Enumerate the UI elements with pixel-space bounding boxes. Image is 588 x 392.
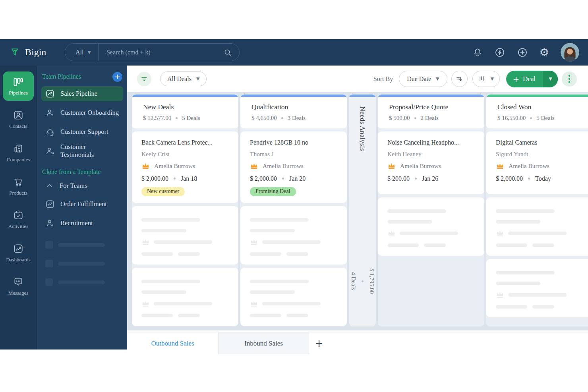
deal-amount-row: $ 200.00Jan 26 — [387, 174, 476, 183]
quick-add-plus-icon[interactable] — [517, 47, 528, 58]
column-deal-count: 5 Deals — [182, 114, 200, 122]
search-input[interactable] — [99, 49, 223, 56]
deal-card[interactable]: Pendrive 128GB 10 noThomas JAmelia Burro… — [240, 131, 347, 203]
add-subtab-button[interactable]: + — [309, 332, 329, 354]
deal-owner-row: Amelia Burrows — [387, 162, 476, 170]
settings-gear-icon[interactable]: ⚙ — [540, 47, 549, 58]
sidebar-item-companies[interactable]: Companies — [0, 136, 37, 170]
pipeline-item-sales-pipeline[interactable]: Sales Pipeline — [41, 86, 123, 101]
dot-separator — [362, 280, 364, 282]
deal-card[interactable]: Digital CamerasSigurd YundtAmelia Burrow… — [486, 131, 588, 194]
column-header-body: Proposal/Price Quote$ 500.002 Deals — [378, 97, 484, 128]
column-header[interactable]: New Deals$ 12,577.005 Deals — [132, 95, 238, 128]
skeleton-owner-row — [496, 229, 584, 237]
deals-filter-dropdown[interactable]: All Deals ▼ — [160, 71, 207, 86]
brand-name: Bigin — [25, 47, 46, 58]
search-scope-dropdown[interactable]: All ▼ — [65, 44, 98, 61]
dot-separator — [530, 117, 532, 119]
column-header[interactable]: Proposal/Price Quote$ 500.002 Deals — [378, 95, 484, 128]
sidebar-item-label: Pipelines — [9, 90, 28, 96]
crown-icon — [141, 300, 150, 307]
chevron-down-icon: ▼ — [196, 76, 199, 81]
deal-card[interactable]: Back Camera Lens Protec...Keely CristAme… — [132, 131, 238, 203]
skeleton-amount-row — [141, 252, 230, 256]
sidebar-item-label: Products — [9, 190, 27, 196]
skeleton-bar — [496, 220, 541, 224]
kanban-view-icon — [478, 75, 486, 83]
deal-card[interactable]: Noise Canceling Headpho...Keith HeaneyAm… — [378, 131, 484, 194]
skeleton-owner-row — [141, 238, 230, 246]
user-avatar[interactable] — [561, 43, 579, 62]
pipeline-item-customer-testimonials[interactable]: Customer Testimonials — [41, 141, 123, 160]
filter-icon[interactable] — [137, 72, 151, 86]
deal-due-date: Jan 26 — [422, 175, 438, 182]
sidebar-item-activities[interactable]: Activities — [0, 203, 37, 236]
skeleton-bar — [387, 243, 419, 247]
skeleton-bar — [154, 302, 212, 305]
skeleton-amount-row — [250, 314, 338, 317]
subtab-inbound-sales[interactable]: Inbound Sales — [219, 332, 309, 354]
notifications-bell-icon[interactable] — [472, 47, 483, 58]
column-meta: $ 500.002 Deals — [389, 114, 473, 122]
view-switcher-dropdown[interactable]: ▼ — [472, 71, 500, 87]
sort-field-value: Due Date — [407, 75, 431, 83]
for-teams-group-toggle[interactable]: For Teams — [41, 177, 123, 195]
sidebar-item-contacts[interactable]: Contacts — [0, 103, 37, 136]
sidebar-item-pipelines[interactable]: Pipelines — [0, 70, 37, 103]
sort-field-dropdown[interactable]: Due Date ▼ — [399, 71, 447, 87]
pipeline-item-customer-support[interactable]: Customer Support — [41, 122, 123, 141]
sidebar-item-label: Activities — [8, 223, 29, 230]
clone-template-link[interactable]: Clone from a Template — [42, 167, 123, 177]
crown-icon — [387, 162, 396, 170]
dot-separator — [414, 117, 416, 119]
subtab-outbound-sales[interactable]: Outbound Sales — [127, 332, 219, 354]
panel-skeleton-row — [41, 273, 123, 292]
board-column-collapsed-needs-analysis[interactable]: Needs Analysis$ 1,795.004 Deals — [349, 95, 376, 326]
pipeline-item-customer-onboarding[interactable]: Customer Onboarding — [41, 103, 123, 122]
skeleton-amount-row — [387, 243, 476, 247]
sidebar-item-label: Messages — [8, 290, 29, 296]
search-icon[interactable] — [223, 48, 232, 57]
sidebar-item-products[interactable]: Products — [0, 170, 37, 203]
template-item-recruitment[interactable]: Recruitment — [41, 214, 123, 233]
deal-owner-row: Amelia Burrows — [141, 162, 230, 170]
sort-direction-button[interactable] — [451, 71, 468, 87]
active-module-box: Pipelines — [3, 71, 34, 101]
deal-button-caret[interactable]: ▼ — [543, 71, 558, 87]
skeleton-deal-card — [240, 268, 347, 326]
add-pipeline-button[interactable]: + — [112, 72, 122, 82]
crown-icon — [250, 238, 258, 246]
column-amount: $ 4,650.00 — [251, 114, 277, 122]
group-label: For Teams — [60, 182, 87, 190]
skeleton-bar — [250, 229, 295, 232]
column-header[interactable]: Closed Won$ 16,550.005 Deals — [486, 95, 588, 128]
skeleton-bar — [532, 305, 554, 309]
deal-due-date: Today — [535, 175, 551, 182]
automation-zap-icon[interactable] — [494, 47, 505, 58]
bigin-logo[interactable]: Bigin — [10, 47, 46, 58]
skeleton-bar — [496, 209, 555, 213]
deal-contact: Keely Crist — [141, 150, 230, 158]
skeleton-amount-row — [496, 243, 584, 247]
board-column-qualification: Qualification$ 4,650.003 DealsPendrive 1… — [240, 95, 347, 326]
column-header[interactable]: Qualification$ 4,650.003 Deals — [240, 95, 347, 128]
trend-icon — [45, 89, 55, 98]
sidebar-item-dashboards[interactable]: Dashboards — [0, 236, 37, 270]
skeleton-bar — [250, 290, 295, 294]
deal-amount-row: $ 2,000.00Today — [496, 174, 585, 183]
add-deal-button[interactable]: +Deal ▼ — [506, 71, 558, 87]
sidebar-item-messages[interactable]: Messages — [0, 270, 37, 303]
contact-icon — [13, 110, 23, 120]
sort-by-label: Sort By — [373, 75, 393, 83]
skeleton-owner-row — [250, 238, 338, 246]
skeleton-deal-card — [486, 197, 588, 256]
more-options-button[interactable] — [562, 71, 577, 87]
deal-contact: Sigurd Yundt — [496, 150, 585, 158]
panel-title: Team Pipelines — [42, 73, 81, 80]
skeleton-bar — [141, 252, 173, 256]
board-column-new-deals: New Deals$ 12,577.005 DealsBack Camera L… — [132, 95, 238, 326]
deal-owner-row: Amelia Burrows — [250, 162, 339, 170]
template-item-order-fulfillment[interactable]: Order Fulfillment — [41, 195, 123, 214]
skeleton-bar — [496, 282, 541, 285]
skeleton-bar — [154, 240, 212, 244]
